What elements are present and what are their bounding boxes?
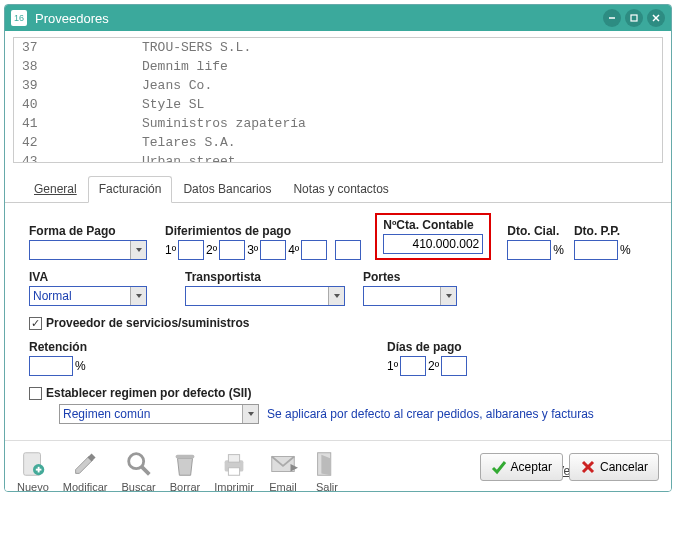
transportista-dropdown[interactable]: [328, 287, 344, 305]
dias-pago-1-input[interactable]: [400, 356, 426, 376]
sii-checkbox[interactable]: [29, 387, 42, 400]
svg-line-16: [141, 467, 149, 475]
print-icon: [219, 449, 249, 479]
list-item[interactable]: 42Telares S.A.: [14, 133, 662, 152]
imprimir-button[interactable]: Imprimir: [214, 449, 254, 492]
dif-4-input[interactable]: [301, 240, 327, 260]
sii-regimen-dropdown[interactable]: [242, 405, 258, 423]
sii-cb-label: Establecer regimen por defecto (SII): [46, 386, 251, 400]
sii-regimen-select[interactable]: [59, 404, 259, 424]
dto-cial-input[interactable]: [507, 240, 551, 260]
dias-pago-label: Días de pago: [387, 340, 467, 354]
form-area: Forma de Pago Diferimientos de pago 1º 2…: [5, 203, 671, 440]
cta-input[interactable]: [383, 234, 483, 254]
dif-3-input[interactable]: [260, 240, 286, 260]
proveedor-cb-label: Proveedor de servicios/suministros: [46, 316, 249, 330]
portes-dropdown[interactable]: [440, 287, 456, 305]
iva-dropdown[interactable]: [130, 287, 146, 305]
borrar-button[interactable]: Borrar: [170, 449, 201, 492]
list-item[interactable]: 39Jeans Co.: [14, 76, 662, 95]
forma-pago-dropdown[interactable]: [130, 241, 146, 259]
salir-button[interactable]: Salir: [312, 449, 342, 492]
tab-notas[interactable]: Notas y contactos: [282, 176, 399, 202]
transportista-select[interactable]: [185, 286, 345, 306]
dif-1-input[interactable]: [178, 240, 204, 260]
tab-facturacion[interactable]: Facturación: [88, 176, 173, 203]
tab-bar: General Facturación Datos Bancarios Nota…: [5, 167, 671, 203]
retencion-label: Retención: [29, 340, 87, 354]
modificar-button[interactable]: Modificar: [63, 449, 108, 492]
close-button[interactable]: [647, 9, 665, 27]
minimize-button[interactable]: [603, 9, 621, 27]
trash-icon: [170, 449, 200, 479]
svg-marker-7: [446, 294, 452, 298]
search-icon: [124, 449, 154, 479]
list-item[interactable]: 41Suministros zapatería: [14, 114, 662, 133]
portes-label: Portes: [363, 270, 457, 284]
tab-bancarios[interactable]: Datos Bancarios: [172, 176, 282, 202]
cancelar-button[interactable]: Cancelar: [569, 453, 659, 481]
svg-rect-1: [631, 15, 637, 21]
edit-icon: [70, 449, 100, 479]
dto-pp-input[interactable]: [574, 240, 618, 260]
tab-general[interactable]: General: [23, 176, 88, 202]
svg-rect-19: [228, 455, 239, 463]
dto-cial-label: Dto. Cial.: [507, 224, 564, 238]
maximize-button[interactable]: [625, 9, 643, 27]
list-item[interactable]: 40Style SL: [14, 95, 662, 114]
svg-marker-4: [136, 248, 142, 252]
proveedor-checkbox[interactable]: [29, 317, 42, 330]
email-icon: [268, 449, 298, 479]
app-icon: 16: [11, 10, 27, 26]
window-title: Proveedores: [35, 11, 109, 26]
svg-marker-5: [136, 294, 142, 298]
dif-extra-input[interactable]: [335, 240, 361, 260]
exit-icon: [312, 449, 342, 479]
forma-pago-label: Forma de Pago: [29, 224, 147, 238]
svg-rect-17: [176, 455, 195, 459]
aceptar-button[interactable]: Aceptar: [480, 453, 563, 481]
iva-label: IVA: [29, 270, 147, 284]
svg-marker-8: [248, 412, 254, 416]
sii-note: Se aplicará por defecto al crear pedidos…: [267, 407, 594, 421]
svg-marker-6: [334, 294, 340, 298]
new-icon: [18, 449, 48, 479]
cta-contable-highlight: NºCta. Contable: [375, 213, 491, 260]
retencion-input[interactable]: [29, 356, 73, 376]
provider-list[interactable]: 37TROU-SERS S.L. 38Demnim life 39Jeans C…: [13, 37, 663, 163]
cta-label: NºCta. Contable: [383, 218, 483, 232]
list-item[interactable]: 38Demnim life: [14, 57, 662, 76]
email-button[interactable]: Email: [268, 449, 298, 492]
dto-pp-label: Dto. P.P.: [574, 224, 631, 238]
app-window: 16 Proveedores 37TROU-SERS S.L. 38Demnim…: [4, 4, 672, 492]
svg-rect-20: [228, 468, 239, 476]
titlebar: 16 Proveedores: [5, 5, 671, 31]
buscar-button[interactable]: Buscar: [121, 449, 155, 492]
list-item[interactable]: 37TROU-SERS S.L.: [14, 38, 662, 57]
transportista-label: Transportista: [185, 270, 345, 284]
diferimientos-label: Diferimientos de pago: [165, 224, 361, 238]
list-item[interactable]: 43Urban street: [14, 152, 662, 163]
dif-2-input[interactable]: [219, 240, 245, 260]
nuevo-button[interactable]: Nuevo: [17, 449, 49, 492]
dias-pago-2-input[interactable]: [441, 356, 467, 376]
svg-point-15: [128, 454, 143, 469]
